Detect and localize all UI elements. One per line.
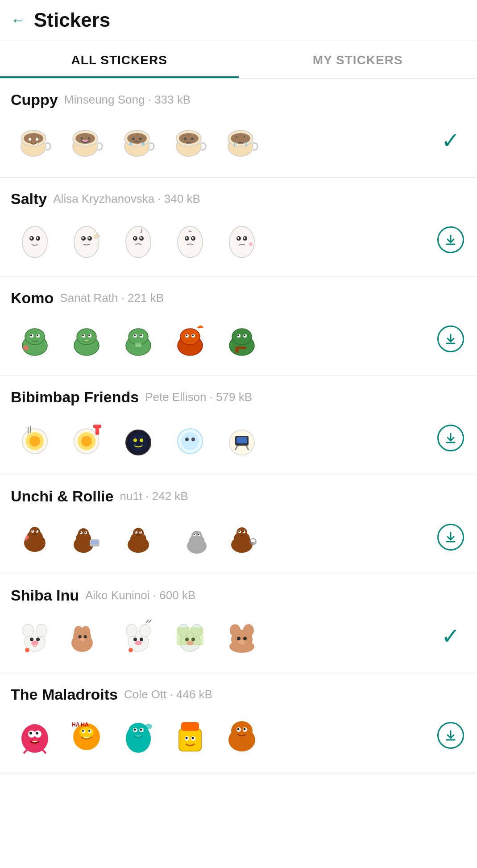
sticker-preview[interactable] [114, 711, 162, 760]
sticker-preview[interactable] [11, 612, 59, 660]
sticker-preview[interactable] [62, 117, 111, 165]
download-button[interactable] [437, 425, 464, 451]
svg-point-4 [36, 138, 38, 141]
svg-point-60 [37, 334, 38, 336]
svg-point-15 [129, 142, 132, 146]
sticker-pack-cuppy: CuppyMinseung Song · 333 kB✓ [0, 79, 477, 178]
pack-row-salty [11, 216, 466, 264]
sticker-preview[interactable] [218, 612, 266, 660]
sticker-preview[interactable] [62, 612, 111, 660]
page-title: Stickers [34, 9, 110, 31]
svg-point-14 [139, 138, 142, 140]
svg-point-76 [180, 329, 200, 345]
sticker-preview[interactable] [11, 711, 59, 760]
sticker-preview[interactable] [166, 513, 214, 561]
svg-point-173 [80, 638, 85, 641]
pack-action-bibimbap[interactable] [435, 425, 466, 451]
sticker-preview[interactable] [166, 315, 214, 363]
svg-point-108 [191, 438, 195, 441]
sticker-preview[interactable] [11, 414, 59, 462]
sticker-preview[interactable] [114, 216, 162, 264]
download-button[interactable] [437, 524, 464, 551]
svg-point-66 [82, 334, 84, 336]
svg-point-85 [237, 334, 239, 336]
svg-point-195 [243, 637, 247, 640]
sticker-preview[interactable] [218, 513, 266, 561]
pack-header-komo[interactable]: KomoSanat Rath · 221 kB [11, 289, 466, 307]
pack-name-shiba: Shiba Inu [11, 587, 79, 604]
svg-point-208 [82, 730, 84, 732]
pack-previews-cuppy [11, 117, 435, 165]
tab-all-stickers[interactable]: ALL STICKERS [0, 41, 239, 78]
sticker-preview[interactable] [218, 414, 266, 462]
sticker-preview[interactable] [114, 612, 162, 660]
sticker-preview[interactable] [218, 216, 266, 264]
pack-previews-shiba [11, 612, 435, 660]
svg-point-93 [29, 436, 40, 447]
pack-action-shiba[interactable]: ✓ [435, 623, 466, 649]
svg-point-176 [140, 624, 150, 637]
sticker-preview[interactable] [62, 216, 111, 264]
svg-point-229 [244, 728, 246, 730]
svg-point-165 [31, 641, 38, 645]
svg-point-197 [21, 724, 48, 753]
svg-point-231 [247, 734, 254, 745]
svg-point-124 [25, 538, 27, 541]
sticker-preview[interactable] [218, 117, 266, 165]
pack-header-salty[interactable]: SaltyAlisa Kryzhanovska · 340 kB [11, 190, 466, 208]
sticker-preview[interactable] [166, 117, 214, 165]
svg-point-154 [243, 531, 245, 532]
sticker-preview[interactable] [11, 315, 59, 363]
sticker-preview[interactable] [62, 414, 111, 462]
pack-meta-salty: Alisa Kryzhanovska · 340 kB [53, 192, 200, 206]
svg-point-153 [239, 531, 240, 532]
download-button[interactable] [437, 226, 464, 253]
sticker-preview[interactable] [166, 612, 214, 660]
pack-header-cuppy[interactable]: CuppyMinseung Song · 333 kB [11, 91, 466, 108]
svg-point-31 [37, 237, 38, 239]
download-button[interactable] [437, 722, 464, 749]
svg-point-179 [135, 641, 142, 645]
tab-my-stickers[interactable]: MY STICKERS [239, 41, 477, 78]
pack-name-maladroits: The Maladroits [11, 686, 118, 703]
sticker-preview[interactable] [114, 117, 162, 165]
pack-action-cuppy[interactable]: ✓ [435, 128, 466, 154]
pack-header-bibimbap[interactable]: Bibimbap FriendsPete Ellison · 579 kB [11, 388, 466, 406]
svg-point-86 [244, 334, 245, 336]
pack-header-maladroits[interactable]: The MaladroitsCole Ott · 446 kB [11, 686, 466, 703]
sticker-preview[interactable] [62, 315, 111, 363]
pack-action-salty[interactable] [435, 226, 466, 253]
pack-row-komo [11, 315, 466, 363]
pack-meta-shiba: Aiko Kuninoi · 600 kB [85, 588, 195, 602]
pack-header-shiba[interactable]: Shiba InuAiko Kuninoi · 600 kB [11, 587, 466, 604]
sticker-pack-unchi: Unchi & Rollienu1t · 242 kB [0, 475, 477, 574]
pack-action-komo[interactable] [435, 326, 466, 352]
sticker-preview[interactable]: HA HA [62, 711, 111, 760]
sticker-preview[interactable] [11, 216, 59, 264]
svg-point-98 [81, 436, 92, 447]
sticker-preview[interactable] [114, 414, 162, 462]
sticker-preview[interactable] [11, 117, 59, 165]
pack-header-unchi[interactable]: Unchi & Rollienu1t · 242 kB [11, 488, 466, 505]
sticker-preview[interactable] [114, 513, 162, 561]
download-button[interactable] [437, 326, 464, 352]
back-button[interactable]: ← [11, 12, 25, 29]
svg-point-122 [36, 530, 37, 532]
sticker-preview[interactable] [114, 315, 162, 363]
sticker-preview[interactable] [11, 513, 59, 561]
sticker-preview[interactable] [166, 711, 214, 760]
check-icon: ✓ [441, 128, 460, 154]
sticker-preview[interactable] [166, 216, 214, 264]
svg-rect-74 [135, 343, 141, 347]
sticker-preview[interactable] [166, 414, 214, 462]
pack-name-komo: Komo [11, 289, 54, 307]
svg-point-41 [140, 237, 142, 239]
svg-point-106 [181, 432, 199, 450]
svg-point-3 [29, 138, 31, 141]
sticker-preview[interactable] [218, 711, 266, 760]
sticker-preview[interactable] [218, 315, 266, 363]
svg-point-121 [32, 530, 33, 532]
pack-action-unchi[interactable] [435, 524, 466, 551]
sticker-preview[interactable] [62, 513, 111, 561]
pack-action-maladroits[interactable] [435, 722, 466, 749]
